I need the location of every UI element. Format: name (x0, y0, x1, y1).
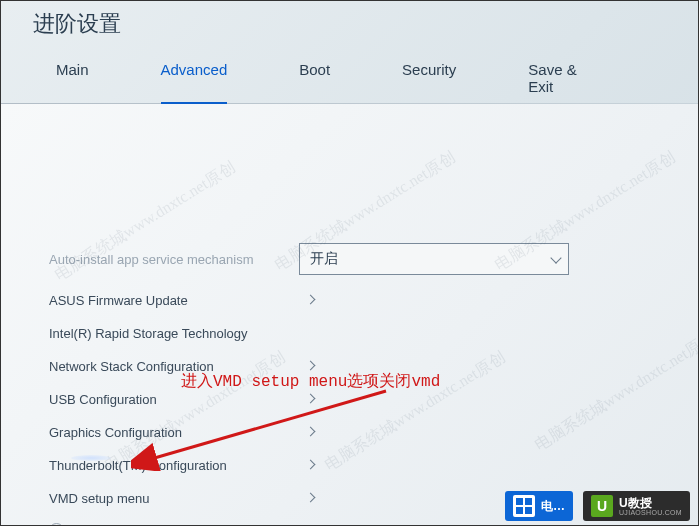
u-badge-icon: U (591, 495, 613, 517)
tab-main[interactable]: Main (56, 53, 89, 103)
logo-ujiaoshou: U U教授 UJIAOSHOU.COM (583, 491, 690, 521)
tab-boot[interactable]: Boot (299, 53, 330, 103)
row-intel-rst[interactable]: Intel(R) Rapid Storage Technology (49, 317, 658, 350)
logo-strip: 电… U U教授 UJIAOSHOU.COM (505, 491, 690, 521)
logo-dnxtc: 电… (505, 491, 573, 521)
chevron-right-icon (306, 295, 316, 305)
chevron-right-icon (306, 493, 316, 503)
row-label: ASUS Firmware Update (49, 293, 299, 308)
windows-icon (513, 495, 535, 517)
logo-a-text: 电… (541, 498, 565, 515)
tab-security[interactable]: Security (402, 53, 456, 103)
row-graphics-config[interactable]: Graphics Configuration (49, 416, 658, 449)
row-label: VMD setup menu (49, 491, 299, 506)
settings-panel: Auto-install app service mechanism 开启 AS… (1, 104, 698, 526)
row-label: Auto-install app service mechanism (49, 252, 299, 267)
tab-bar: Main Advanced Boot Security Save & Exit (1, 53, 698, 103)
chevron-right-icon (306, 361, 316, 371)
auto-install-dropdown[interactable]: 开启 (299, 243, 569, 275)
row-thunderbolt-config[interactable]: Thunderbolt(TM) Configuration (49, 449, 658, 482)
row-label: Intel(R) Rapid Storage Technology (49, 326, 299, 341)
row-label: Thunderbolt(TM) Configuration (49, 458, 299, 473)
chevron-right-icon (306, 460, 316, 470)
logo-b-sub: UJIAOSHOU.COM (619, 509, 682, 516)
row-auto-install[interactable]: Auto-install app service mechanism 开启 (49, 234, 658, 284)
annotation-text: 进入VMD setup menu选项关闭vmd (181, 371, 440, 392)
tab-advanced[interactable]: Advanced (161, 53, 228, 103)
logo-b-text: U教授 (619, 497, 682, 509)
chevron-down-icon (550, 252, 561, 263)
row-label: Graphics Configuration (49, 425, 299, 440)
tab-save-exit[interactable]: Save & Exit (528, 53, 596, 103)
chevron-right-icon (306, 394, 316, 404)
dropdown-value: 开启 (310, 250, 338, 266)
row-asus-firmware[interactable]: ASUS Firmware Update (49, 284, 658, 317)
row-label: USB Configuration (49, 392, 299, 407)
page-title: 进阶设置 (1, 1, 698, 53)
chevron-right-icon (306, 427, 316, 437)
